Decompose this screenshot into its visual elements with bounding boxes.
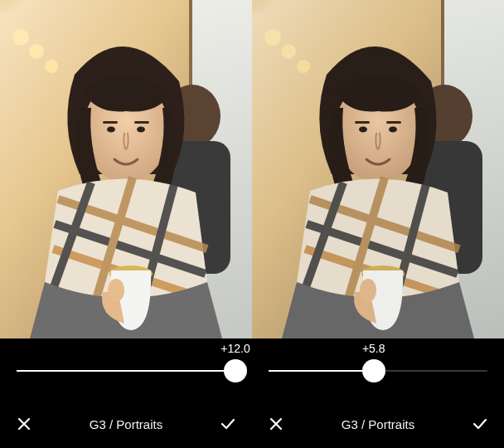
svg-point-6 — [45, 60, 58, 73]
preset-label: G3 / Portraits — [285, 417, 471, 431]
preset-label: G3 / Portraits — [33, 417, 219, 431]
check-icon — [472, 416, 488, 431]
svg-rect-13 — [134, 121, 149, 124]
portrait-illustration — [252, 0, 504, 338]
slider-value-label: +12.0 — [220, 342, 250, 355]
svg-point-5 — [29, 44, 44, 59]
close-icon — [269, 416, 284, 431]
svg-point-10 — [107, 127, 115, 133]
svg-point-21 — [108, 279, 124, 302]
slider-thumb[interactable] — [362, 359, 385, 382]
editor-comparison: +12.0 G3 / Portraits — [0, 0, 504, 448]
action-bar: G3 / Portraits — [252, 405, 504, 448]
cancel-button[interactable] — [15, 415, 33, 433]
photo-preview[interactable] — [252, 0, 504, 338]
portrait-illustration — [0, 0, 252, 338]
slider-value-label: +5.8 — [362, 342, 385, 355]
intensity-slider[interactable]: +12.0 — [17, 353, 235, 393]
photo-preview[interactable] — [0, 0, 252, 338]
action-bar: G3 / Portraits — [0, 405, 252, 448]
svg-point-11 — [137, 127, 145, 133]
svg-point-4 — [12, 29, 29, 46]
svg-point-33 — [389, 127, 397, 133]
editor-panel-left: +12.0 G3 / Portraits — [0, 0, 252, 448]
cancel-button[interactable] — [267, 415, 285, 433]
svg-point-32 — [359, 127, 367, 133]
svg-point-28 — [297, 60, 310, 73]
svg-rect-12 — [103, 121, 118, 124]
svg-point-27 — [281, 44, 296, 59]
check-icon — [220, 416, 236, 431]
editor-panel-right: +5.8 G3 / Portraits — [252, 0, 504, 448]
slider-thumb[interactable] — [224, 359, 247, 382]
svg-rect-34 — [355, 121, 370, 124]
svg-point-26 — [264, 29, 281, 46]
svg-point-43 — [360, 279, 376, 302]
slider-track-fill — [17, 370, 235, 372]
filter-controls: +5.8 G3 / Portraits — [252, 338, 504, 448]
confirm-button[interactable] — [219, 415, 237, 433]
svg-rect-35 — [386, 121, 401, 124]
close-icon — [17, 416, 32, 431]
intensity-slider[interactable]: +5.8 — [269, 353, 487, 393]
slider-track-fill — [269, 370, 374, 372]
confirm-button[interactable] — [471, 415, 489, 433]
filter-controls: +12.0 G3 / Portraits — [0, 338, 252, 448]
